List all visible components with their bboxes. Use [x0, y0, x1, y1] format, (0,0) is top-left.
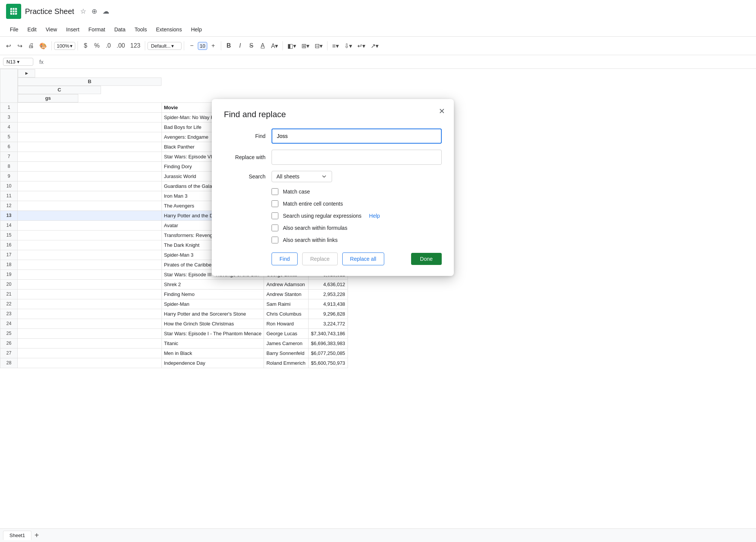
replace-input[interactable]: [272, 150, 442, 165]
sheet-tabs: Sheet1 +: [0, 528, 756, 542]
merge-button[interactable]: ⊟▾: [312, 40, 325, 52]
decimal-increase-button[interactable]: .00: [114, 40, 127, 52]
wrap-button[interactable]: ↵▾: [355, 40, 368, 52]
cell-director[interactable]: Ron Howard: [264, 319, 309, 328]
sheet-tab-sheet1[interactable]: Sheet1: [3, 531, 31, 540]
cell-director[interactable]: James Cameron: [264, 338, 309, 348]
cell-movie[interactable]: How the Grinch Stole Christmas: [161, 319, 264, 328]
valign-button[interactable]: ⇩▾: [342, 40, 354, 52]
cell-movie[interactable]: Men in Black: [161, 348, 264, 358]
links-checkbox[interactable]: [272, 237, 278, 243]
fill-color-button[interactable]: ◧▾: [285, 40, 298, 52]
table-row: 22 Spider-Man Sam Raimi 4,913,438: [0, 299, 348, 309]
menu-edit[interactable]: Edit: [24, 25, 40, 34]
cell-director[interactable]: George Lucas: [264, 328, 309, 338]
decimal-decrease-button[interactable]: .0: [103, 40, 113, 52]
cell-director[interactable]: Chris Columbus: [264, 309, 309, 319]
bold-button[interactable]: B: [224, 40, 234, 52]
replace-button[interactable]: Replace: [302, 252, 337, 265]
align-button[interactable]: ≡▾: [330, 40, 341, 52]
percent-button[interactable]: %: [92, 40, 102, 52]
text-color-button[interactable]: A▾: [269, 40, 281, 52]
menu-help[interactable]: Help: [187, 25, 206, 34]
italic-button[interactable]: I: [235, 40, 245, 52]
col-header-arrow[interactable]: ▸: [18, 69, 35, 77]
cell-reference[interactable]: N13 ▾: [3, 58, 33, 66]
cell-earnings[interactable]: $7,340,743,186: [309, 328, 348, 338]
cell-earnings[interactable]: $6,077,250,085: [309, 348, 348, 358]
cell-earnings[interactable]: 9,296,828: [309, 309, 348, 319]
format-123-button[interactable]: 123: [128, 40, 143, 52]
paint-format-button[interactable]: 🎨: [37, 40, 49, 52]
regex-checkbox[interactable]: [272, 212, 278, 219]
cell-movie[interactable]: Star Wars: Episode I - The Phantom Menac…: [161, 328, 264, 338]
row-num: 6: [0, 142, 18, 152]
underline-button[interactable]: A: [258, 40, 268, 52]
cell-director[interactable]: Andrew Adamson: [264, 279, 309, 289]
star-icon[interactable]: ☆: [80, 7, 86, 15]
row-num: 23: [0, 309, 18, 319]
menu-format[interactable]: Format: [85, 25, 109, 34]
cell-movie[interactable]: Harry Potter and the Sorcerer's Stone: [161, 309, 264, 319]
close-dialog-button[interactable]: ✕: [436, 105, 448, 117]
print-button[interactable]: 🖨: [26, 40, 36, 52]
menu-data[interactable]: Data: [110, 25, 129, 34]
match-entire-checkbox[interactable]: [272, 200, 278, 207]
cell-movie[interactable]: Spider-Man: [161, 299, 264, 309]
col-header-C[interactable]: C: [18, 86, 101, 94]
done-button[interactable]: Done: [411, 253, 442, 265]
cell-movie[interactable]: Titanic: [161, 338, 264, 348]
row-num: 7: [0, 152, 18, 161]
cell-movie[interactable]: Finding Nemo: [161, 289, 264, 299]
cell-arrow: [18, 142, 162, 152]
font-family-value: Default...: [151, 43, 171, 49]
col-header-B[interactable]: B: [18, 77, 161, 86]
row-num: 19: [0, 269, 18, 279]
row-num: 4: [0, 122, 18, 132]
cell-earnings[interactable]: $5,600,750,973: [309, 358, 348, 368]
regex-help-link[interactable]: Help: [369, 213, 380, 219]
menu-view[interactable]: View: [42, 25, 61, 34]
search-scope-dropdown[interactable]: All sheets: [272, 171, 332, 182]
formulas-label: Also search within formulas: [283, 225, 347, 231]
currency-button[interactable]: $: [80, 40, 91, 52]
menu-insert[interactable]: Insert: [62, 25, 83, 34]
cloud-icon[interactable]: ☁: [102, 7, 109, 15]
rotate-button[interactable]: ↗▾: [368, 40, 381, 52]
undo-button[interactable]: ↩: [3, 40, 14, 52]
zoom-control[interactable]: 100% ▾: [54, 42, 75, 50]
col-header-right[interactable]: gs: [18, 94, 78, 102]
menu-extensions[interactable]: Extensions: [152, 25, 185, 34]
font-family-control[interactable]: Default... ▾: [147, 42, 182, 50]
font-size-decrease-button[interactable]: −: [186, 40, 197, 52]
cell-earnings[interactable]: $6,696,383,983: [309, 338, 348, 348]
row-num: 26: [0, 338, 18, 348]
cell-earnings[interactable]: 3,224,772: [309, 319, 348, 328]
borders-button[interactable]: ⊞▾: [299, 40, 312, 52]
menu-tools[interactable]: Tools: [131, 25, 151, 34]
cell-movie[interactable]: Shrek 2: [161, 279, 264, 289]
cell-movie[interactable]: Independence Day: [161, 358, 264, 368]
cell-earnings[interactable]: 2,953,228: [309, 289, 348, 299]
menu-file[interactable]: File: [6, 25, 22, 34]
cell-ref-dropdown[interactable]: ▾: [17, 59, 20, 65]
cell-director[interactable]: Barry Sonnenfeld: [264, 348, 309, 358]
header-cell-arrow: [18, 102, 162, 112]
cell-arrow: [18, 289, 162, 299]
cell-director[interactable]: Roland Emmerich: [264, 358, 309, 368]
font-size-control[interactable]: 10: [198, 42, 207, 50]
match-case-checkbox[interactable]: [272, 188, 278, 195]
font-size-increase-button[interactable]: +: [208, 40, 219, 52]
cell-director[interactable]: Sam Raimi: [264, 299, 309, 309]
cell-earnings[interactable]: 4,913,438: [309, 299, 348, 309]
find-button[interactable]: Find: [272, 252, 298, 265]
strikethrough-button[interactable]: S: [246, 40, 257, 52]
cell-director[interactable]: Andrew Stanton: [264, 289, 309, 299]
add-sheet-button[interactable]: +: [31, 530, 42, 542]
find-input[interactable]: [272, 129, 442, 144]
cell-earnings[interactable]: 4,636,012: [309, 279, 348, 289]
formulas-checkbox[interactable]: [272, 225, 278, 231]
redo-button[interactable]: ↪: [14, 40, 25, 52]
replace-all-button[interactable]: Replace all: [342, 252, 384, 265]
folder-icon[interactable]: ⊕: [92, 7, 97, 15]
